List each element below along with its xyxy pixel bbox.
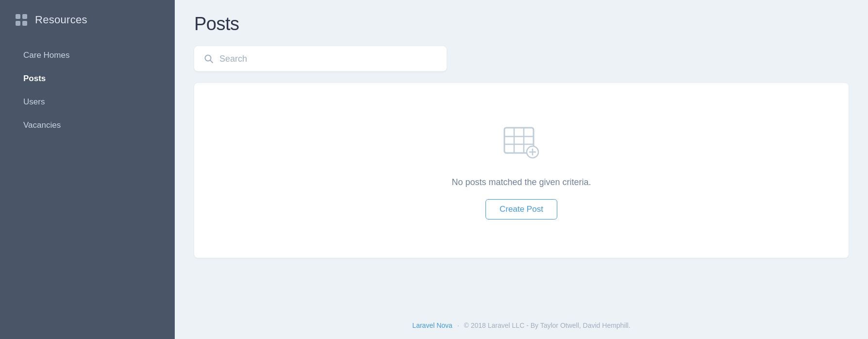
search-input[interactable]: [219, 54, 437, 64]
main-content-area: Posts: [175, 0, 868, 339]
empty-state-card: No posts matched the given criteria. Cre…: [194, 83, 849, 258]
footer-copyright: © 2018 Laravel LLC - By Taylor Otwell, D…: [464, 322, 631, 329]
empty-state-message: No posts matched the given criteria.: [451, 177, 591, 187]
sidebar-item-posts[interactable]: Posts: [0, 67, 175, 90]
sidebar-item-care-homes[interactable]: Care Homes: [0, 44, 175, 67]
search-container: [194, 46, 447, 71]
search-icon: [204, 54, 214, 64]
resources-icon: [16, 14, 27, 26]
footer-link[interactable]: Laravel Nova: [412, 322, 452, 329]
footer-separator: ·: [457, 322, 459, 329]
svg-line-1: [210, 60, 213, 63]
sidebar-item-users[interactable]: Users: [0, 90, 175, 114]
sidebar-item-vacancies[interactable]: Vacancies: [0, 114, 175, 137]
sidebar-title: Resources: [35, 14, 87, 26]
sidebar-nav: Care Homes Posts Users Vacancies: [0, 40, 175, 141]
footer: Laravel Nova · © 2018 Laravel LLC - By T…: [175, 312, 868, 339]
page-title: Posts: [194, 14, 849, 34]
sidebar: Resources Care Homes Posts Users Vacanci…: [0, 0, 175, 339]
create-post-button[interactable]: Create Post: [485, 199, 557, 220]
empty-state-icon: [500, 122, 543, 168]
sidebar-header: Resources: [0, 0, 175, 40]
